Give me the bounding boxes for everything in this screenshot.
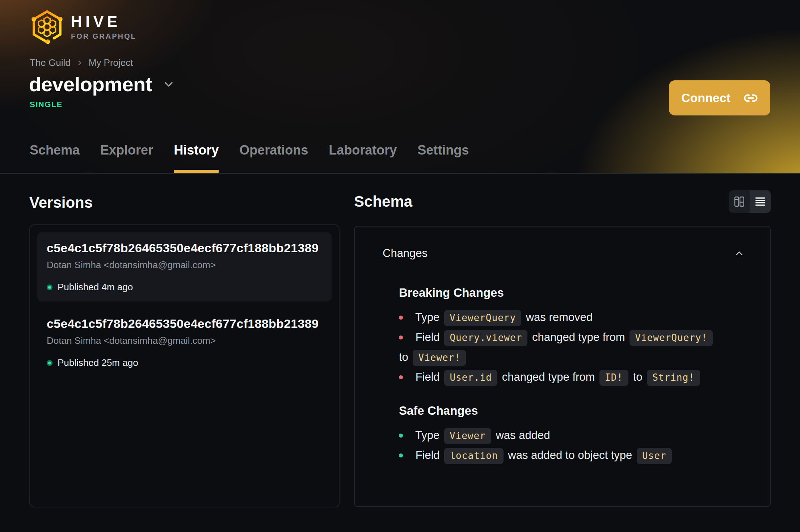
- change-text: Field: [416, 449, 440, 461]
- list-view-button[interactable]: [750, 190, 771, 213]
- logo-title: HIVE: [71, 14, 136, 29]
- change-item: Field location was added to object type …: [399, 446, 742, 465]
- tab-bar: Schema Explorer History Operations Labor…: [30, 143, 469, 173]
- versions-title: Versions: [29, 194, 340, 211]
- safe-changes-group: Safe Changes Type Viewer was added Field: [399, 404, 742, 465]
- chevron-right-icon: [76, 59, 84, 67]
- connect-button[interactable]: Connect: [669, 80, 770, 115]
- version-author: Dotan Simha <dotansimha@gmail.com>: [47, 259, 322, 271]
- breaking-bullet-icon: [399, 375, 403, 379]
- logo[interactable]: HIVE FOR GRAPHQL: [30, 9, 136, 45]
- breaking-changes-group: Breaking Changes Type ViewerQuery was re…: [399, 286, 742, 387]
- change-list: Type Viewer was added Field location was…: [399, 426, 742, 465]
- tab-operations[interactable]: Operations: [239, 143, 308, 173]
- change-text: Field: [416, 371, 440, 383]
- hive-logo-icon: [30, 9, 64, 45]
- code-chip: location: [444, 448, 503, 464]
- schema-title: Schema: [354, 193, 412, 210]
- code-chip: User.id: [444, 370, 497, 386]
- change-text: was added: [496, 429, 550, 442]
- code-chip: Viewer!: [413, 350, 466, 366]
- code-chip: Viewer: [444, 428, 491, 444]
- change-text: to: [399, 351, 408, 363]
- target-title-row: development: [29, 72, 175, 96]
- breadcrumb: The Guild My Project: [30, 57, 133, 68]
- changes-panel: Changes Breaking Changes Type ViewerQuer…: [354, 226, 771, 507]
- schema-header: Schema: [354, 190, 771, 213]
- tab-laboratory[interactable]: Laboratory: [329, 143, 397, 173]
- columns-view-button[interactable]: [729, 190, 750, 213]
- group-title: Breaking Changes: [399, 286, 742, 300]
- version-status: Published 25m ago: [47, 357, 322, 368]
- link-icon: [744, 91, 758, 105]
- logo-wordmark: HIVE FOR GRAPHQL: [71, 14, 136, 40]
- page-title: development: [29, 72, 152, 96]
- change-text: to: [633, 371, 643, 383]
- code-chip: String!: [647, 370, 700, 386]
- code-chip: ID!: [599, 370, 628, 386]
- code-chip: ViewerQuery: [444, 310, 521, 326]
- change-text: Type: [415, 429, 439, 442]
- versions-list: c5e4c1c5f78b26465350e4ecf677cf188bb21389…: [29, 224, 340, 507]
- breaking-bullet-icon: [399, 335, 403, 339]
- version-status: Published 4m ago: [47, 282, 322, 293]
- version-author: Dotan Simha <dotansimha@gmail.com>: [47, 335, 322, 346]
- version-status-label: Published 4m ago: [58, 282, 133, 293]
- chevron-up-icon: [734, 248, 745, 259]
- green-dot-icon: [47, 284, 52, 290]
- header: HIVE FOR GRAPHQL The Guild My Project de…: [0, 0, 800, 174]
- change-text-group: to Viewer!: [399, 351, 467, 363]
- chevron-down-icon[interactable]: [162, 78, 175, 91]
- change-list: Type ViewerQuery was removed Field Query…: [399, 308, 742, 387]
- change-text: changed type from: [532, 331, 625, 343]
- changes-title: Changes: [383, 247, 428, 260]
- version-hash: c5e4c1c5f78b26465350e4ecf677cf188bb21389: [47, 317, 322, 331]
- versions-section: Versions c5e4c1c5f78b26465350e4ecf677cf1…: [29, 174, 340, 507]
- changes-collapse-header[interactable]: Changes: [355, 227, 770, 260]
- tab-schema[interactable]: Schema: [30, 143, 80, 173]
- change-text: was added to object type: [508, 449, 632, 461]
- breadcrumb-org[interactable]: The Guild: [30, 57, 71, 68]
- change-item: Field Query.viewer changed type from Vie…: [399, 328, 742, 367]
- change-text: changed type from: [502, 371, 595, 383]
- change-text: Field: [416, 331, 440, 343]
- version-item[interactable]: c5e4c1c5f78b26465350e4ecf677cf188bb21389…: [37, 308, 332, 377]
- group-title: Safe Changes: [399, 404, 742, 418]
- green-dot-icon: [47, 360, 52, 366]
- change-text: Type: [415, 311, 439, 324]
- change-item: Type Viewer was added: [399, 426, 742, 446]
- schema-section: Schema: [354, 174, 771, 507]
- view-toggle: [729, 190, 771, 213]
- tab-settings[interactable]: Settings: [417, 143, 469, 173]
- safe-bullet-icon: [399, 453, 403, 457]
- change-text: was removed: [526, 311, 593, 324]
- hive-app: HIVE FOR GRAPHQL The Guild My Project de…: [0, 0, 800, 507]
- change-item: Field User.id changed type from ID! to S…: [399, 367, 742, 387]
- columns-view-icon: [733, 195, 745, 208]
- changes-body: Breaking Changes Type ViewerQuery was re…: [355, 286, 770, 465]
- tab-history[interactable]: History: [174, 143, 219, 173]
- tab-explorer[interactable]: Explorer: [100, 143, 153, 173]
- breadcrumb-project[interactable]: My Project: [89, 57, 133, 68]
- breaking-bullet-icon: [399, 316, 403, 320]
- code-chip: Query.viewer: [444, 330, 527, 346]
- change-item: Type ViewerQuery was removed: [399, 308, 742, 328]
- code-chip: ViewerQuery!: [630, 330, 713, 346]
- version-item[interactable]: c5e4c1c5f78b26465350e4ecf677cf188bb21389…: [37, 232, 332, 301]
- list-view-icon: [754, 195, 766, 208]
- main-content: Versions c5e4c1c5f78b26465350e4ecf677cf1…: [0, 174, 800, 507]
- version-status-label: Published 25m ago: [58, 357, 138, 368]
- connect-label: Connect: [681, 91, 730, 105]
- target-mode-badge: SINGLE: [30, 100, 63, 109]
- version-hash: c5e4c1c5f78b26465350e4ecf677cf188bb21389: [47, 241, 322, 255]
- logo-subtitle: FOR GRAPHQL: [71, 33, 136, 40]
- safe-bullet-icon: [399, 434, 403, 438]
- code-chip: User: [637, 448, 672, 464]
